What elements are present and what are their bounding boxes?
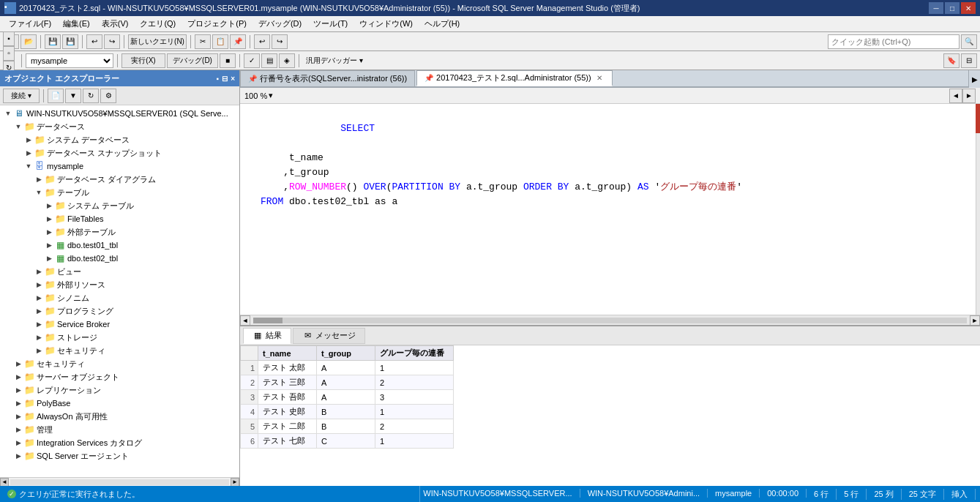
parse-btn[interactable]: ✓ (244, 53, 260, 68)
tree-node-integration[interactable]: ▶ 📁 Integration Services カタログ (0, 436, 239, 449)
expander-db-diagrams[interactable]: ▶ (34, 174, 44, 184)
maximize-button[interactable]: □ (945, 2, 960, 14)
expander-integration[interactable]: ▶ (13, 438, 23, 448)
expander-synonyms[interactable]: ▶ (34, 293, 44, 303)
expander-server-objects[interactable]: ▶ (13, 372, 23, 382)
database-selector[interactable]: mysample (26, 53, 113, 68)
menu-file[interactable]: ファイル(F) (3, 16, 57, 31)
tree-node-storage[interactable]: ▶ 📁 ストレージ (0, 331, 239, 344)
connect-btn[interactable]: ▪ (3, 31, 15, 46)
expander-mysample[interactable]: ▼ (23, 161, 34, 171)
redo2-btn[interactable]: ↪ (272, 34, 288, 49)
menu-project[interactable]: プロジェクト(P) (182, 16, 253, 31)
oe-pin-icon[interactable]: ▪ (217, 75, 220, 83)
tree-node-programmability[interactable]: ▶ 📁 プログラミング (0, 304, 239, 318)
tree-node-views[interactable]: ▶ 📁 ビュー (0, 265, 239, 278)
expander-server[interactable]: ▼ (3, 108, 13, 119)
stop-btn[interactable]: ■ (220, 53, 236, 68)
tree-node-tables[interactable]: ▼ 📁 テーブル (0, 186, 239, 199)
search-btn[interactable]: 🔍 (961, 34, 977, 49)
redo-btn[interactable]: ↪ (104, 34, 120, 49)
oe-scroll-left-btn[interactable]: ◄ (0, 478, 9, 487)
menu-query[interactable]: クエリ(Q) (134, 16, 182, 31)
tree-node-test02[interactable]: ▶ ▦ dbo.test02_tbl (0, 252, 239, 265)
tab-row-number[interactable]: 📌 行番号を表示(SQLServer...inistrator (56)) (240, 70, 415, 86)
expander-test02[interactable]: ▶ (44, 253, 54, 263)
tree-node-replication[interactable]: ▶ 📁 レプリケーション (0, 383, 239, 397)
expander-databases[interactable]: ▼ (13, 121, 23, 132)
bookmark-btn[interactable]: 🔖 (943, 53, 960, 68)
tree-node-synonyms[interactable]: ▶ 📁 シノニム (0, 291, 239, 304)
menu-tools[interactable]: ツール(T) (307, 16, 354, 31)
expander-security-db[interactable]: ▶ (34, 345, 44, 356)
cut-btn[interactable]: ✂ (195, 34, 211, 49)
tree-node-management[interactable]: ▶ 📁 管理 (0, 423, 239, 436)
expander-security[interactable]: ▶ (13, 359, 23, 369)
scroll-right-btn[interactable]: ► (962, 89, 976, 103)
results-btn[interactable]: ▤ (261, 53, 277, 68)
expander-views[interactable]: ▶ (34, 266, 44, 277)
save-btn[interactable]: 💾 (45, 34, 61, 49)
sql-editor[interactable]: SELECT t_name ,t_group (240, 104, 976, 315)
zoom-dropdown-icon[interactable]: ▾ (269, 91, 273, 100)
oe-scroll-right-btn[interactable]: ► (231, 478, 239, 487)
tree-node-external-tables[interactable]: ▶ 📁 外部テーブル (0, 225, 239, 239)
plan-btn[interactable]: ◈ (279, 53, 295, 68)
close-button[interactable]: ✕ (961, 2, 976, 14)
expander-system-dbs[interactable]: ▶ (23, 135, 34, 145)
tree-node-alwayson[interactable]: ▶ 📁 AlwaysOn 高可用性 (0, 410, 239, 423)
menu-debug[interactable]: デバッグ(D) (253, 16, 307, 31)
expander-storage[interactable]: ▶ (34, 332, 44, 342)
tree-node-polybase[interactable]: ▶ 📁 PolyBase (0, 397, 239, 410)
tree-node-server-objects[interactable]: ▶ 📁 サーバー オブジェクト (0, 370, 239, 383)
oe-refresh-btn[interactable]: ↻ (83, 89, 99, 103)
expander-test01[interactable]: ▶ (44, 240, 54, 250)
open-btn[interactable]: 📂 (20, 34, 37, 49)
tree-node-db-snapshots[interactable]: ▶ 📁 データベース スナップショット (0, 146, 239, 160)
minimize-button[interactable]: ─ (929, 2, 943, 14)
oe-new-btn[interactable]: 📄 (48, 89, 64, 103)
tab-test2-sql[interactable]: 📌 20170423_テスト2.sql...Administrator (55)… (416, 70, 613, 86)
execute-btn[interactable]: 実行(X) (121, 53, 165, 68)
undo2-btn[interactable]: ↩ (254, 34, 270, 49)
expander-external-tables[interactable]: ▶ (44, 227, 54, 237)
menu-window[interactable]: ウィンドウ(W) (354, 16, 419, 31)
results-tab-messages[interactable]: ✉ メッセージ (293, 328, 365, 344)
tree-node-security-db[interactable]: ▶ 📁 セキュリティ (0, 344, 239, 357)
expander-db-snapshots[interactable]: ▶ (23, 148, 34, 158)
editor-scroll-right-btn[interactable]: ► (970, 315, 980, 326)
expander-polybase[interactable]: ▶ (13, 398, 23, 408)
expander-ext-resources[interactable]: ▶ (34, 280, 44, 290)
undo-btn[interactable]: ↩ (86, 34, 102, 49)
split-btn[interactable]: ⊟ (961, 53, 977, 68)
tree-node-server[interactable]: ▼ 🖥 WIN-NSUTKUV5O58¥MSSQLSERVER01 (SQL S… (0, 107, 239, 120)
tree-node-test01[interactable]: ▶ ▦ dbo.test01_tbl (0, 239, 239, 252)
results-tab-results[interactable]: ▦ 結果 (243, 328, 291, 344)
oe-filter-btn[interactable]: ▼ (65, 89, 81, 103)
save-all-btn[interactable]: 💾 (62, 34, 78, 49)
tree-node-ext-resources[interactable]: ▶ 📁 外部リソース (0, 278, 239, 291)
tree-node-sql-agent[interactable]: ▶ 📁 SQL Server エージェント (0, 449, 239, 462)
expander-programmability[interactable]: ▶ (34, 306, 44, 316)
expander-filetables[interactable]: ▶ (44, 214, 54, 224)
expander-replication[interactable]: ▶ (13, 385, 23, 395)
menu-help[interactable]: ヘルプ(H) (419, 16, 465, 31)
oe-connect-btn[interactable]: 接続 ▾ (3, 89, 40, 103)
scroll-left-btn[interactable]: ◄ (949, 89, 962, 103)
tree-node-system-tables[interactable]: ▶ 📁 システム テーブル (0, 199, 239, 212)
oe-close-icon[interactable]: × (231, 75, 235, 83)
tree-node-databases[interactable]: ▼ 📁 データベース (0, 120, 239, 133)
copy-btn[interactable]: 📋 (212, 34, 228, 49)
expander-tables[interactable]: ▼ (34, 187, 44, 198)
editor-scroll-left-btn[interactable]: ◄ (240, 315, 250, 326)
expander-system-tables[interactable]: ▶ (44, 201, 54, 211)
tree-node-filetables[interactable]: ▶ 📁 FileTables (0, 212, 239, 225)
menu-view[interactable]: 表示(V) (96, 16, 135, 31)
expander-alwayson[interactable]: ▶ (13, 411, 23, 422)
oe-options-btn[interactable]: ⚙ (100, 89, 116, 103)
tree-node-service-broker[interactable]: ▶ 📁 Service Broker (0, 318, 239, 331)
expander-service-broker[interactable]: ▶ (34, 319, 44, 329)
debug-btn[interactable]: デバッグ(D) (167, 53, 218, 68)
oe-dock-icon[interactable]: ⊟ (222, 75, 228, 83)
tree-node-system-dbs[interactable]: ▶ 📁 システム データベース (0, 133, 239, 146)
